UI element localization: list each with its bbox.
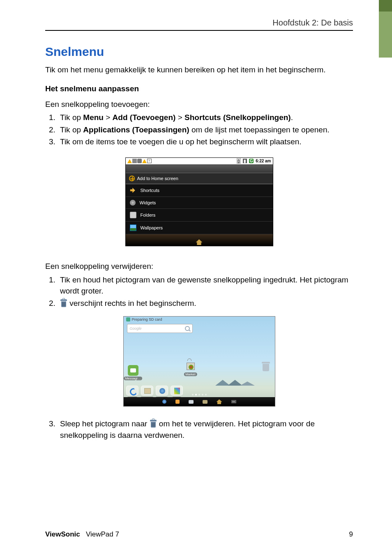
- signal-icon: ▮: [243, 159, 247, 163]
- figure-home-screen: Preparing SD card Google Messagi… Market…: [123, 316, 275, 407]
- warning-icon: [142, 159, 147, 163]
- trash-icon: [150, 420, 157, 428]
- app-messaging[interactable]: Messagi…: [128, 365, 138, 376]
- battery-icon: ▯: [237, 158, 241, 164]
- add-steps-list: Tik op Menu > Add (Toevoegen) > Shortcut…: [45, 112, 353, 148]
- delete-steps-list: Tik en houd het pictogram van de gewenst…: [45, 274, 353, 309]
- header-rule: [45, 30, 353, 31]
- help-icon: ?: [147, 159, 152, 163]
- panel-item-label: Folders: [141, 213, 156, 217]
- search-placeholder: Google: [130, 326, 142, 331]
- page-indicator: [192, 394, 207, 395]
- mail-icon[interactable]: [203, 400, 208, 404]
- widget-icon: [130, 200, 136, 206]
- dock-bar: Phone Contacts Browser Maps: [126, 386, 183, 395]
- subsection-title: Het snelmenu aanpassen: [45, 84, 353, 93]
- globe-icon[interactable]: [162, 400, 166, 404]
- status-left-icons: ?: [127, 159, 152, 163]
- app-label: Messagi…: [124, 377, 143, 380]
- mail-icon: [132, 159, 137, 163]
- dock-contacts[interactable]: Contacts: [141, 386, 153, 395]
- panel-item-label: Widgets: [140, 200, 156, 205]
- panel-item-label: Shortcuts: [141, 188, 159, 193]
- delete-step-2: verschijnt rechts in het beginscherm.: [58, 298, 353, 309]
- page-tab-decor: [379, 0, 392, 58]
- section-title: Snelmenu: [45, 45, 353, 59]
- footer-left: ViewSonic ViewPad 7: [45, 530, 119, 539]
- chapter-header: Hoofdstuk 2: De basis: [45, 18, 353, 28]
- page: Hoofdstuk 2: De basis Snelmenu Tik om he…: [0, 0, 392, 555]
- trash-drop-target[interactable]: [262, 362, 270, 372]
- message-icon[interactable]: [189, 400, 194, 404]
- panel-item-shortcuts[interactable]: Shortcuts: [126, 184, 273, 197]
- nav-bar: [126, 234, 273, 246]
- add-step-3: Tik om de items toe te voegen die u op h…: [58, 136, 353, 148]
- search-strip[interactable]: [126, 164, 273, 173]
- add-intro: Een snelkoppeling toevoegen:: [45, 99, 353, 110]
- dock-maps[interactable]: Maps: [171, 386, 183, 395]
- wallpaper-icon: [130, 224, 136, 231]
- folder-icon: [130, 212, 136, 218]
- status-clock: ▯ ▮ G 6:22 am: [237, 159, 271, 163]
- delete-intro: Een snelkoppeling verwijderen:: [45, 261, 353, 272]
- add-step-2: Tik op Applications (Toepassingen) om de…: [58, 124, 353, 136]
- home-icon[interactable]: [217, 399, 222, 404]
- panel-header: Add to Home screen: [126, 173, 273, 184]
- status-bar: ? ▯ ▮ G 6:22 am: [126, 158, 273, 164]
- search-box[interactable]: Google: [127, 324, 193, 333]
- intro-paragraph: Tik om het menu gemakkelijk te kunnen be…: [45, 65, 353, 75]
- chat-icon: [137, 159, 142, 163]
- clock-text: 6:22 am: [256, 159, 271, 163]
- warning-icon: [127, 159, 132, 163]
- system-bar: [124, 397, 275, 406]
- delete-steps-list-cont: Sleep het pictogram naar om het te verwi…: [45, 418, 353, 441]
- panel-item-widgets[interactable]: Widgets: [126, 197, 273, 209]
- footer-product: ViewPad 7: [86, 530, 119, 538]
- phone-icon[interactable]: [175, 400, 180, 404]
- panel-item-label: Wallpapers: [141, 225, 163, 230]
- trash-icon: [60, 299, 67, 308]
- network-g-icon: G: [249, 159, 254, 163]
- footer-page-number: 9: [349, 530, 353, 539]
- app-market[interactable]: Market: [185, 361, 196, 372]
- dock-phone[interactable]: Phone: [126, 386, 138, 395]
- sd-status: Preparing SD card: [126, 317, 162, 321]
- figure-add-to-home: ? ▯ ▮ G 6:22 am Add to Home screen Short…: [125, 157, 273, 246]
- delete-step-1: Tik en houd het pictogram van de gewenst…: [58, 274, 353, 297]
- footer-brand: ViewSonic: [45, 530, 80, 538]
- delete-step-3: Sleep het pictogram naar om het te verwi…: [58, 418, 353, 441]
- dock-browser[interactable]: Browser: [156, 386, 168, 395]
- wallpaper-mountains: [215, 377, 265, 386]
- panel-item-wallpapers[interactable]: Wallpapers: [126, 222, 273, 234]
- plus-circle-icon: [129, 176, 135, 181]
- home-icon[interactable]: [196, 239, 203, 245]
- panel-title: Add to Home screen: [137, 176, 178, 181]
- apps-grid-icon[interactable]: [231, 400, 236, 403]
- page-footer: ViewSonic ViewPad 7 9: [45, 530, 353, 539]
- sd-card-icon: [126, 317, 130, 321]
- add-step-1: Tik op Menu > Add (Toevoegen) > Shortcut…: [58, 112, 353, 123]
- search-icon: [185, 326, 190, 331]
- app-label: Market: [184, 372, 197, 376]
- panel-item-folders[interactable]: Folders: [126, 209, 273, 222]
- sd-status-text: Preparing SD card: [132, 317, 162, 321]
- shortcut-icon: [130, 187, 136, 194]
